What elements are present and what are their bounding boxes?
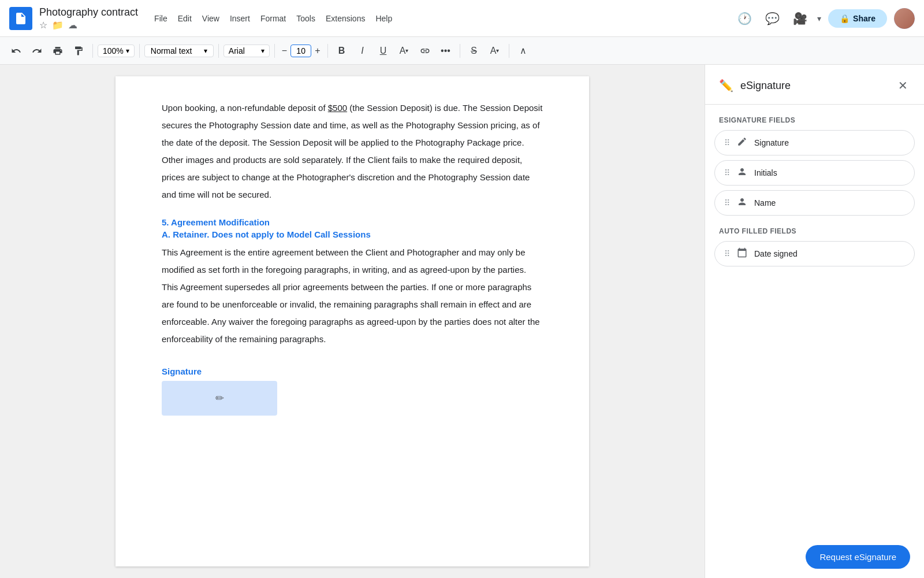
decrease-font-btn[interactable]: − xyxy=(280,46,289,56)
menu-bar: File Edit View Insert Format Tools Exten… xyxy=(150,12,397,25)
zoom-dropdown-icon: ▾ xyxy=(126,47,129,55)
more-options-button[interactable]: ••• xyxy=(437,42,455,60)
signature-box[interactable]: ✏ xyxy=(162,381,277,416)
esig-fields-list: ⠿ Signature ⠿ Initials ⠿ Name xyxy=(705,130,924,216)
separator-7 xyxy=(509,44,509,58)
drag-icon-date: ⠿ xyxy=(724,249,730,258)
esig-field-signature[interactable]: ⠿ Signature xyxy=(714,130,915,155)
signature-field-icon xyxy=(737,136,747,149)
highlight-dropdown: ▾ xyxy=(496,47,499,54)
toolbar: 100% ▾ Normal text ▾ Arial ▾ − + B I U A… xyxy=(0,37,924,65)
meet-dropdown-arrow[interactable]: ▾ xyxy=(817,14,821,23)
auto-fields-list: ⠿ Date signed xyxy=(705,241,924,266)
text-color-dropdown: ▾ xyxy=(405,47,408,54)
undo-button[interactable] xyxy=(7,42,25,60)
drag-icon-name: ⠿ xyxy=(724,198,730,208)
subsectionA-heading: A. Retainer. Does not apply to Model Cal… xyxy=(162,229,543,239)
font-size-area: − + xyxy=(280,45,323,57)
avatar[interactable] xyxy=(894,8,915,29)
paint-format-button[interactable] xyxy=(69,42,88,60)
request-esignature-button[interactable]: Request eSignature xyxy=(806,545,910,569)
doc-title[interactable]: Photography contract xyxy=(39,6,138,18)
menu-extensions[interactable]: Extensions xyxy=(321,12,370,25)
highlight-icon: A xyxy=(490,46,497,56)
zoom-select[interactable]: 100% ▾ xyxy=(98,45,135,57)
text-color-icon: A xyxy=(400,46,406,56)
signature-field-label: Signature xyxy=(754,138,789,147)
esig-field-name[interactable]: ⠿ Name xyxy=(714,190,915,216)
drag-icon-signature: ⠿ xyxy=(724,138,730,147)
star-icon[interactable]: ☆ xyxy=(39,20,47,31)
auto-fields-label: AUTO FILLED FIELDS xyxy=(705,216,924,241)
font-value: Arial xyxy=(229,46,245,55)
doc-body-text: Upon booking, a non-refundable deposit o… xyxy=(162,99,543,203)
deposit-amount: $500 xyxy=(328,103,347,113)
date-field-icon xyxy=(737,247,747,260)
font-select[interactable]: Arial ▾ xyxy=(223,45,270,57)
initials-field-label: Initials xyxy=(754,168,777,177)
style-value: Normal text xyxy=(151,46,192,55)
esig-field-initials[interactable]: ⠿ Initials xyxy=(714,160,915,186)
font-size-input[interactable] xyxy=(290,45,311,57)
title-icons: ☆ 📁 ☁ xyxy=(39,20,138,31)
signature-label: Signature xyxy=(162,366,543,376)
meet-icon[interactable]: 🎥 xyxy=(789,8,810,29)
share-button[interactable]: 🔒 Share xyxy=(828,9,887,28)
redo-button[interactable] xyxy=(28,42,46,60)
section5-body: This Agreement is the entire agreement b… xyxy=(162,244,543,348)
esig-pencil-icon: ✏️ xyxy=(719,79,733,92)
font-dropdown-icon: ▾ xyxy=(261,47,264,55)
signature-pen-icon: ✏ xyxy=(215,392,224,405)
style-select[interactable]: Normal text ▾ xyxy=(144,45,214,57)
separator-2 xyxy=(139,44,140,58)
doc-area[interactable]: Upon booking, a non-refundable deposit o… xyxy=(0,65,705,578)
deposit-paragraph: Upon booking, a non-refundable deposit o… xyxy=(162,99,543,203)
name-field-label: Name xyxy=(754,198,776,208)
esig-close-button[interactable]: ✕ xyxy=(896,76,910,95)
separator-3 xyxy=(218,44,219,58)
top-bar-right: 🕐 💬 🎥 ▾ 🔒 Share xyxy=(734,8,915,29)
esig-footer: Request eSignature xyxy=(705,536,924,578)
drag-icon-initials: ⠿ xyxy=(724,168,730,177)
increase-font-btn[interactable]: + xyxy=(312,46,322,56)
text-color-button[interactable]: A ▾ xyxy=(395,42,413,60)
separator-1 xyxy=(92,44,93,58)
link-button[interactable] xyxy=(416,42,434,60)
menu-help[interactable]: Help xyxy=(371,12,397,25)
esig-fields-label: ESIGNATURE FIELDS xyxy=(705,105,924,130)
esignature-panel: ✏️ eSignature ✕ ESIGNATURE FIELDS ⠿ Sign… xyxy=(705,65,924,578)
folder-icon[interactable]: 📁 xyxy=(52,20,64,31)
share-label: Share xyxy=(853,14,875,23)
separator-6 xyxy=(460,44,460,58)
menu-tools[interactable]: Tools xyxy=(292,12,320,25)
esig-field-date[interactable]: ⠿ Date signed xyxy=(714,241,915,266)
bold-button[interactable]: B xyxy=(333,42,351,60)
menu-format[interactable]: Format xyxy=(256,12,290,25)
separator-5 xyxy=(327,44,328,58)
menu-view[interactable]: View xyxy=(198,12,224,25)
app-icon[interactable] xyxy=(9,7,32,30)
history-icon[interactable]: 🕐 xyxy=(734,8,755,29)
print-button[interactable] xyxy=(49,42,67,60)
main-layout: Upon booking, a non-refundable deposit o… xyxy=(0,65,924,578)
top-bar: Photography contract ☆ 📁 ☁ File Edit Vie… xyxy=(0,0,924,37)
underline-button[interactable]: U xyxy=(374,42,393,60)
comments-icon[interactable]: 💬 xyxy=(762,8,783,29)
menu-edit[interactable]: Edit xyxy=(173,12,196,25)
esig-header: ✏️ eSignature ✕ xyxy=(705,65,924,105)
cloud-icon[interactable]: ☁ xyxy=(68,20,77,31)
italic-button[interactable]: I xyxy=(353,42,372,60)
separator-4 xyxy=(274,44,275,58)
menu-insert[interactable]: Insert xyxy=(225,12,255,25)
strikethrough-button[interactable]: S xyxy=(465,42,483,60)
esig-title: eSignature xyxy=(740,80,889,92)
date-field-label: Date signed xyxy=(754,249,798,258)
collapse-toolbar-button[interactable]: ∧ xyxy=(514,42,532,60)
section5-heading: 5. Agreement Modification xyxy=(162,217,543,227)
title-area: Photography contract ☆ 📁 ☁ xyxy=(39,6,138,31)
section5-paragraph: This Agreement is the entire agreement b… xyxy=(162,244,543,348)
menu-file[interactable]: File xyxy=(150,12,172,25)
highlight-button[interactable]: A ▾ xyxy=(486,42,504,60)
name-field-icon xyxy=(737,197,747,209)
doc-page: Upon booking, a non-refundable deposit o… xyxy=(116,76,589,566)
